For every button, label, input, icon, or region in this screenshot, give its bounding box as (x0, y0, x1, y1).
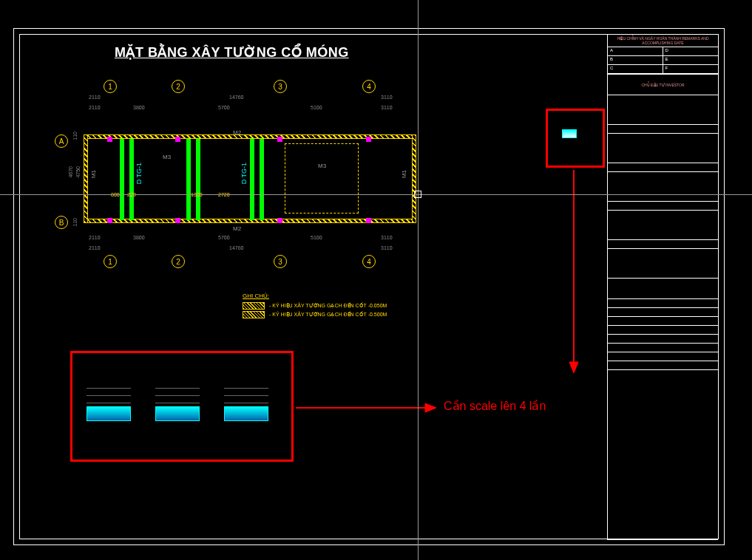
tb-field (608, 172, 718, 202)
dim: 2110 (89, 95, 101, 100)
cursor-pickbox[interactable] (414, 191, 421, 198)
section-detail-2 (155, 377, 207, 428)
sample-detail-body (562, 129, 577, 138)
dim: 4750 (75, 166, 81, 178)
tie-col (260, 139, 264, 220)
grid-bubble-row-a: A (55, 134, 68, 148)
detail-foundation (224, 406, 268, 421)
crosshair-horizontal (0, 194, 752, 195)
title-block: HIỆU CHỈNH VÀ NGÀY HOÀN THÀNH REMARKS AN… (607, 35, 718, 540)
grid-bubble-col-3b: 3 (274, 255, 287, 268)
column-marker (107, 137, 112, 142)
tb-cell: C (608, 65, 663, 74)
tb-field (608, 279, 718, 299)
tb-field (608, 202, 718, 211)
dim: 5100 (311, 235, 322, 240)
dim: 2110 (89, 245, 101, 250)
dim: 14760 (229, 95, 243, 100)
dl (155, 388, 200, 389)
tb-cell: F (663, 65, 719, 74)
detail-foundation (155, 406, 200, 421)
tb-field (608, 326, 718, 335)
wall-label: M1 (90, 170, 97, 178)
tb-field (608, 240, 718, 249)
svg-marker-1 (425, 403, 436, 412)
column-marker (277, 218, 282, 223)
section-detail-3 (224, 377, 276, 428)
tie-col (250, 139, 254, 220)
dim: 5700 (218, 105, 230, 110)
dim: 3800 (133, 105, 145, 110)
dl (87, 403, 131, 403)
tie-label: D TG-1 (240, 163, 248, 184)
wall-label: M1 (401, 170, 407, 178)
tb-cell: D (663, 47, 719, 56)
tb-field (608, 335, 718, 344)
tb-field (608, 352, 718, 361)
arrow-horizontal (296, 400, 436, 415)
dim: 5700 (218, 235, 230, 240)
dl (155, 403, 200, 403)
tb-field (608, 308, 718, 317)
sample-detail[interactable] (562, 129, 584, 148)
arrow-vertical (566, 170, 581, 373)
dl (224, 388, 268, 389)
grid-bubble-row-b: B (55, 216, 68, 229)
tb-field (608, 125, 718, 134)
detail-foundation (87, 406, 131, 421)
dim: 110 (72, 132, 78, 140)
drawing-title: MẶT BẰNG XÂY TƯỜNG CỔ MÓNG (115, 44, 349, 61)
tb-field (608, 317, 718, 326)
column-marker (277, 137, 282, 142)
wall-label: M2 (233, 225, 241, 232)
tb-header: HIỆU CHỈNH VÀ NGÀY HOÀN THÀNH REMARKS AN… (608, 35, 718, 47)
dl (87, 388, 131, 389)
legend-row: - KÝ HIỆU XÂY TƯỜNG GẠCH ĐẾN CỐT -0.050M (243, 302, 387, 310)
dim: 3110 (381, 235, 393, 240)
legend-row: - KÝ HIỆU XÂY TƯỜNG GẠCH ĐẾN CỐT -0.500M (243, 311, 387, 318)
tie-col (186, 139, 191, 220)
tb-cell: A (608, 47, 663, 56)
room-outline (285, 143, 359, 214)
legend-text: - KÝ HIỆU XÂY TƯỜNG GẠCH ĐẾN CỐT -0.050M (269, 303, 387, 309)
tb-field (608, 299, 718, 308)
tb-cell: B (608, 56, 663, 65)
dl (87, 395, 131, 396)
column-marker (366, 137, 371, 142)
column-marker (175, 218, 180, 223)
tb-field (608, 361, 718, 370)
tb-field (608, 370, 718, 540)
tie-col (129, 139, 134, 220)
wall-label: M2 (233, 129, 241, 136)
dim: 3110 (381, 105, 393, 110)
wall-label: M3 (318, 163, 326, 169)
wall-left (84, 134, 88, 223)
dim: 2110 (89, 235, 101, 240)
tb-field (608, 211, 718, 240)
dim: 14760 (229, 245, 243, 250)
detail-sections-group[interactable] (78, 358, 285, 447)
grid-bubble-col-1: 1 (104, 80, 117, 93)
dl (224, 395, 268, 396)
svg-marker-3 (569, 362, 578, 373)
grid-bubble-col-4: 4 (362, 80, 376, 93)
column-marker (107, 218, 112, 223)
grid-bubble-col-2: 2 (172, 80, 185, 93)
tb-field (608, 163, 718, 172)
wall-right (412, 134, 416, 223)
grid-bubble-col-4b: 4 (362, 255, 376, 268)
dim: 3110 (381, 245, 393, 250)
tie-label: D TG-1 (135, 163, 143, 184)
dim: 5100 (311, 105, 322, 110)
dim: 4670 (68, 166, 73, 178)
legend-swatch-1 (243, 302, 265, 310)
tb-investor: CHỦ ĐẦU TƯ INVESTOR (608, 75, 718, 95)
legend: GHI CHÚ: - KÝ HIỆU XÂY TƯỜNG GẠCH ĐẾN CỐ… (243, 293, 387, 320)
legend-text: - KÝ HIỆU XÂY TƯỜNG GẠCH ĐẾN CỐT -0.500M (269, 312, 387, 318)
wall-label: M3 (163, 154, 171, 160)
tb-field (608, 344, 718, 352)
foundation-plan[interactable]: 1 2 3 4 1 2 3 4 A B 2110 14760 3110 2110… (59, 74, 444, 266)
legend-title: GHI CHÚ: (243, 293, 387, 299)
tb-cell: E (663, 56, 719, 65)
dl (224, 403, 268, 403)
